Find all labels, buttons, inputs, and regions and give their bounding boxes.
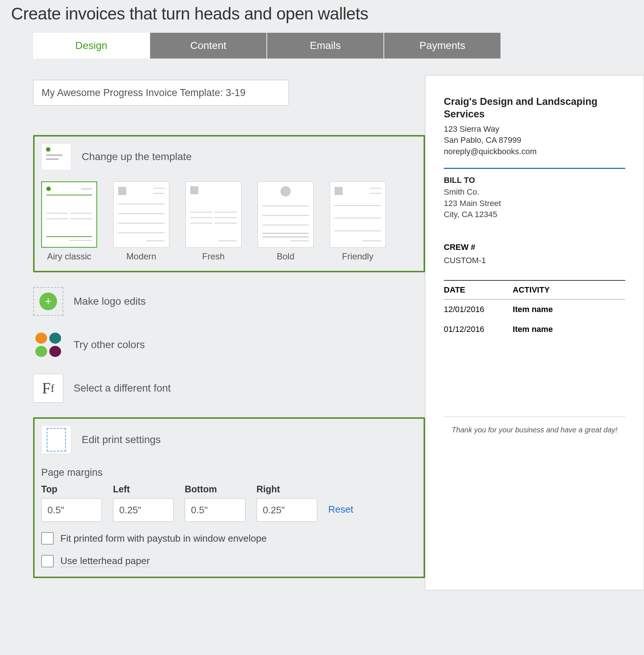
table-row: 12/01/2016 Item name	[444, 300, 625, 320]
tab-design[interactable]: Design	[33, 33, 149, 59]
margin-bottom-label: Bottom	[185, 484, 245, 495]
preview-table: DATE ACTIVITY 12/01/2016 Item name 01/12…	[444, 280, 625, 339]
font-row[interactable]: Ff Select a different font	[33, 374, 425, 403]
thumb-label: Fresh	[202, 251, 224, 262]
letterhead-label: Use letterhead paper	[60, 555, 150, 567]
cell-activity: Item name	[513, 300, 625, 320]
tab-content[interactable]: Content	[150, 33, 266, 59]
preview-email: noreply@quickbooks.com	[444, 146, 625, 157]
fit-envelope-checkbox[interactable]	[41, 532, 54, 545]
cell-date: 01/12/2016	[444, 319, 513, 339]
print-settings-section: Edit print settings Page margins Top Lef…	[33, 417, 425, 578]
logo-label: Make logo edits	[74, 295, 146, 307]
margins-heading: Page margins	[41, 467, 417, 478]
billto-name: Smith Co.	[444, 187, 625, 198]
print-icon	[41, 425, 71, 454]
thumb-bold[interactable]: Bold	[258, 181, 314, 262]
billto-addr2: City, CA 12345	[444, 209, 625, 220]
thumb-friendly[interactable]: Friendly	[330, 181, 386, 262]
margin-right-label: Right	[256, 484, 317, 495]
col-activity: ACTIVITY	[513, 280, 625, 300]
logo-edits-row[interactable]: + Make logo edits	[33, 287, 425, 316]
font-icon: Ff	[33, 374, 63, 403]
template-name-input[interactable]	[33, 80, 289, 106]
crew-value: CUSTOM-1	[444, 256, 625, 265]
thumb-label: Friendly	[342, 251, 373, 262]
change-template-section: Change up the template Airy classic	[33, 135, 425, 272]
margin-right-input[interactable]	[256, 498, 317, 522]
preview-addr1: 123 Sierra Way	[444, 124, 625, 135]
cell-activity: Item name	[513, 319, 625, 339]
preview-company: Craig's Design and Landscaping Services	[444, 96, 625, 121]
thumb-label: Airy classic	[47, 251, 91, 262]
page-title: Create invoices that turn heads and open…	[0, 0, 644, 33]
invoice-preview: Craig's Design and Landscaping Services …	[425, 75, 644, 590]
font-label: Select a different font	[74, 382, 171, 394]
billto-label: BILL TO	[444, 176, 625, 185]
margin-top-label: Top	[41, 484, 102, 495]
print-label: Edit print settings	[82, 434, 161, 446]
margin-top-input[interactable]	[41, 498, 102, 522]
thumb-label: Bold	[277, 251, 294, 262]
margin-left-input[interactable]	[113, 498, 174, 522]
reset-link[interactable]: Reset	[328, 504, 353, 522]
preview-addr2: San Pablo, CA 87999	[444, 135, 625, 146]
margin-left-label: Left	[113, 484, 174, 495]
thumb-label: Modern	[126, 251, 156, 262]
change-template-label: Change up the template	[82, 151, 192, 163]
preview-footer: Thank you for your business and have a g…	[444, 417, 625, 434]
tabs: Design Content Emails Payments	[33, 33, 425, 59]
crew-label: CREW #	[444, 242, 625, 252]
thumb-fresh[interactable]: Fresh	[185, 181, 241, 262]
letterhead-checkbox[interactable]	[41, 555, 54, 567]
col-date: DATE	[444, 280, 513, 300]
colors-icon	[33, 330, 63, 359]
margin-bottom-input[interactable]	[185, 498, 245, 522]
add-logo-icon: +	[33, 287, 63, 316]
colors-row[interactable]: Try other colors	[33, 330, 425, 359]
fit-envelope-label: Fit printed form with paystub in window …	[60, 533, 267, 544]
cell-date: 12/01/2016	[444, 300, 513, 320]
colors-label: Try other colors	[74, 339, 145, 351]
thumb-modern[interactable]: Modern	[113, 181, 169, 262]
table-row: 01/12/2016 Item name	[444, 319, 625, 339]
billto-addr1: 123 Main Street	[444, 198, 625, 209]
tab-emails[interactable]: Emails	[267, 33, 383, 59]
thumb-airy-classic[interactable]: Airy classic	[41, 181, 97, 262]
template-icon	[41, 143, 71, 170]
